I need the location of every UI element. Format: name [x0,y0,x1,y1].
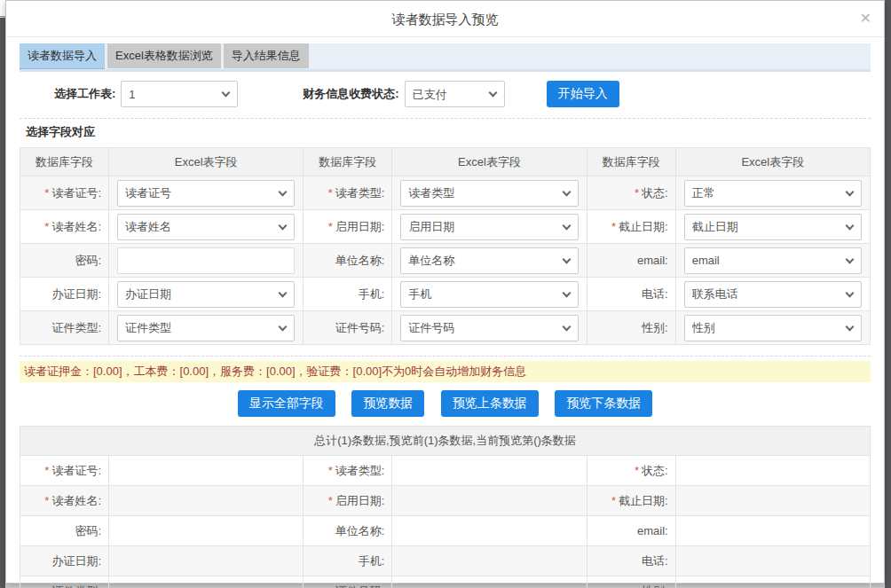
import-preview-dialog: 读者数据导入预览 ✕ 读者数据导入 Excel表格数据浏览 导入结果信息 选择工… [5,0,885,584]
table-row: 证件类型: 证件号码: 性别: [20,576,871,588]
start-import-button[interactable]: 开始导入 [547,81,619,107]
select-gender[interactable]: 性别 [684,315,862,341]
table-row: *读者证号: 读者证号 *读者类型: 读者类型 *状态: 正常 [20,176,871,210]
table-row: *读者姓名: 读者姓名 *启用日期: 启用日期 *截止日期: 截止日期 [20,210,871,244]
field-label: 单位名称: [335,524,385,537]
select-reader-type[interactable]: 读者类型 [400,180,578,207]
field-label: 密码: [75,254,101,267]
field-label: 单位名称: [335,254,385,267]
select-email[interactable]: email [684,247,862,274]
required-mark: * [328,220,333,233]
required-mark: * [328,464,333,477]
fee-status-label: 财务信息收费状态: [303,86,398,102]
tab-excel-data-browse[interactable]: Excel表格数据浏览 [107,43,221,68]
preview-value [392,576,587,588]
column-header: 数据库字段 [20,148,109,176]
dialog-header: 读者数据导入预览 ✕ [6,1,884,37]
select-mobile[interactable]: 手机 [400,281,578,308]
table-row: 办证日期: 办证日期 手机: 手机 电话: 联系电话 [20,278,871,311]
field-label: 读者姓名: [51,494,101,507]
required-mark: * [44,494,49,507]
field-label: 读者姓名: [51,220,101,233]
required-mark: * [611,220,616,233]
field-label: 电话: [642,554,668,568]
preview-value [392,516,587,546]
field-label: email: [637,254,668,267]
preview-summary: 总计(1)条数据,预览前(1)条数据,当前预览第()条数据 [20,427,871,456]
mapping-header-row: 数据库字段 Excel表字段 数据库字段 Excel表字段 数据库字段 Exce… [20,148,871,176]
close-icon[interactable]: ✕ [860,11,871,27]
preview-value [109,456,304,486]
required-mark: * [635,464,639,477]
table-row: *读者证号: *读者类型: *状态: [20,456,871,486]
field-label: 电话: [642,287,668,301]
table-row: 证件类型: 证件类型 证件号码: 证件号码 性别: 性别 [20,311,871,345]
field-label: 截止日期: [619,494,668,507]
table-row: *读者姓名: *启用日期: *截止日期: [20,486,871,516]
fee-status-select[interactable]: 已支付 [405,81,505,107]
backdrop-right [885,0,891,588]
preview-value [675,486,870,516]
preview-value [109,486,304,516]
select-phone[interactable]: 联系电话 [684,281,862,308]
preview-value [392,456,587,486]
fee-notice-bar: 读者证押金：[0.00]，工本费：[0.00]，服务费：[0.00]，验证费：[… [20,361,871,382]
select-reader-name[interactable]: 读者姓名 [117,214,295,240]
field-label: 办证日期: [51,287,101,301]
field-label: 性别: [642,321,668,334]
data-preview-table: 总计(1)条数据,预览前(1)条数据,当前预览第()条数据 *读者证号: *读者… [20,426,871,588]
select-unit-name[interactable]: 单位名称 [400,247,578,274]
tab-reader-data-import[interactable]: 读者数据导入 [20,43,105,69]
show-all-fields-button[interactable]: 显示全部字段 [238,390,335,417]
dialog-title: 读者数据导入预览 [6,1,884,37]
field-label: 启用日期: [335,494,385,507]
select-status[interactable]: 正常 [684,180,862,207]
required-mark: * [44,464,49,477]
column-header: Excel表字段 [392,148,587,176]
column-header: 数据库字段 [304,148,392,176]
required-mark: * [44,220,49,233]
field-label: 状态: [642,186,668,200]
preview-summary-row: 总计(1)条数据,预览前(1)条数据,当前预览第()条数据 [20,427,871,456]
select-reader-card-no[interactable]: 读者证号 [117,180,295,207]
select-end-date[interactable]: 截止日期 [684,214,862,240]
field-label: 证件号码: [335,584,385,588]
preview-value [109,576,304,588]
select-cert-type[interactable]: 证件类型 [117,315,295,341]
column-header: Excel表字段 [675,148,870,176]
field-label: 证件类型: [51,321,101,334]
field-label: 启用日期: [335,220,385,233]
field-label: 读者类型: [335,186,385,200]
field-mapping-table: 数据库字段 Excel表字段 数据库字段 Excel表字段 数据库字段 Exce… [20,147,871,345]
field-label: 办证日期: [51,554,101,568]
table-row: 密码: 单位名称: 单位名称 email: email [20,244,871,278]
worksheet-select[interactable]: 1 [121,81,238,107]
tab-import-result-info[interactable]: 导入结果信息 [224,43,309,68]
column-header: 数据库字段 [587,148,675,176]
preview-value [675,576,870,588]
action-button-row: 显示全部字段 预览数据 预览上条数据 预览下条数据 [20,382,871,426]
field-label: email: [637,524,668,537]
required-mark: * [44,186,49,200]
field-label: 读者证号: [51,464,101,477]
field-mapping-section-title: 选择字段对应 [20,119,871,147]
password-input[interactable] [117,247,295,274]
preview-prev-record-button[interactable]: 预览上条数据 [441,390,539,417]
required-mark: * [611,494,616,507]
worksheet-label: 选择工作表: [54,86,115,102]
field-label: 性别: [642,584,668,588]
select-cert-no[interactable]: 证件号码 [400,315,578,341]
field-label: 手机: [359,554,385,568]
field-label: 证件类型: [51,584,101,588]
column-header: Excel表字段 [109,148,304,176]
select-issue-date[interactable]: 办证日期 [117,281,295,308]
preview-value [109,546,304,576]
field-label: 读者证号: [51,186,101,200]
preview-value [675,516,870,546]
tab-bar: 读者数据导入 Excel表格数据浏览 导入结果信息 [20,43,871,72]
preview-next-record-button[interactable]: 预览下条数据 [555,390,652,417]
preview-value [392,486,587,516]
preview-value [675,546,870,576]
select-enable-date[interactable]: 启用日期 [400,214,578,240]
preview-data-button[interactable]: 预览数据 [351,390,424,417]
